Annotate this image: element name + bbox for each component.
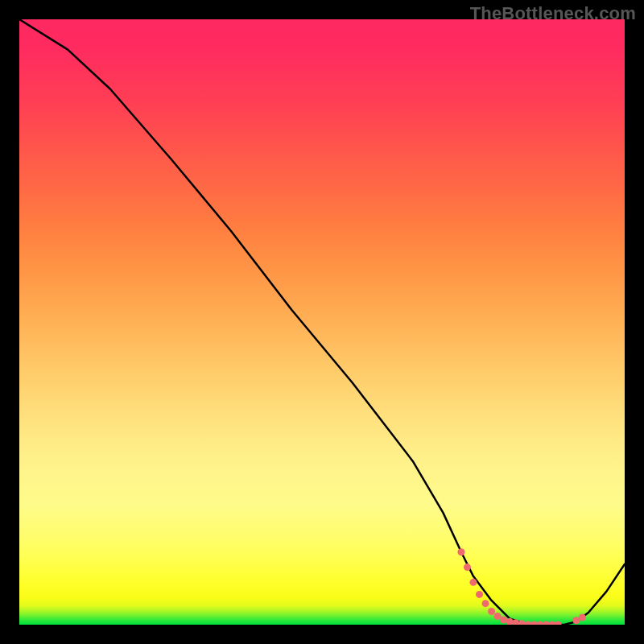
data-marker	[464, 564, 471, 571]
data-marker	[488, 608, 495, 615]
plot-area	[19, 19, 625, 625]
data-marker	[457, 548, 464, 555]
curve-layer	[19, 19, 625, 625]
chart-frame: TheBottleneck.com	[0, 0, 644, 644]
data-marker	[555, 621, 562, 625]
data-marker	[470, 579, 477, 586]
data-marker	[494, 613, 502, 620]
data-marker	[579, 613, 586, 621]
data-marker	[482, 600, 489, 607]
data-marker	[476, 591, 483, 598]
